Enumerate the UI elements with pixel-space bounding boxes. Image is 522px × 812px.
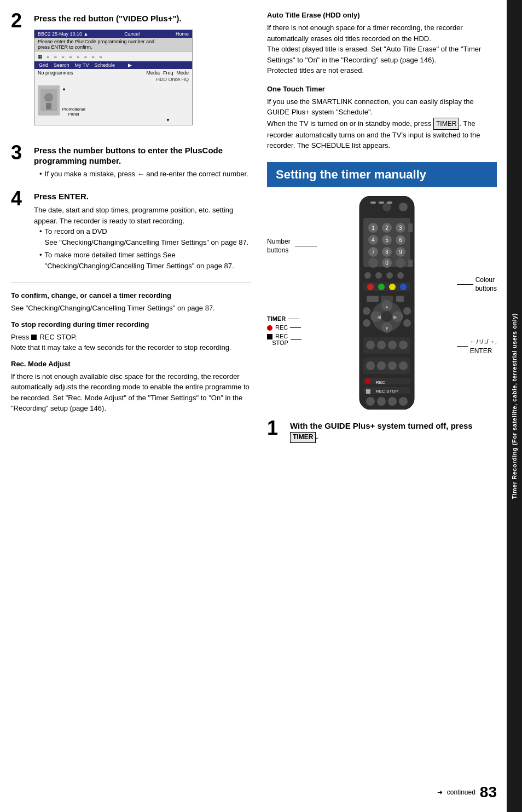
left-column: 2 Press the red button ("VIDEO Plus+"). … bbox=[11, 11, 251, 778]
svg-text:8: 8 bbox=[385, 249, 388, 255]
svg-rect-5 bbox=[370, 201, 376, 204]
svg-text:4: 4 bbox=[372, 237, 375, 243]
divider-1 bbox=[11, 282, 251, 283]
step-3-bullet-text: If you make a mistake, press ← and re-en… bbox=[45, 170, 248, 178]
svg-point-64 bbox=[399, 341, 408, 349]
svg-point-39 bbox=[367, 284, 374, 290]
number-buttons-label: Numberbuttons bbox=[267, 237, 317, 256]
step-4-bullet-1: To record on a DVDSee "Checking/Changing… bbox=[39, 226, 251, 247]
rec-stop-icon bbox=[31, 335, 37, 340]
step-2-content: Press the red button ("VIDEO Plus+"). BB… bbox=[34, 11, 251, 134]
subsection-confirm: To confirm, change, or cancel a timer re… bbox=[11, 291, 251, 314]
step-3-content: Press the number buttons to enter the Pl… bbox=[34, 143, 251, 180]
main-content: 2 Press the red button ("VIDEO Plus+"). … bbox=[0, 0, 507, 812]
svg-text:▼: ▼ bbox=[384, 326, 389, 331]
rec-mode-title: Rec. Mode Adjust bbox=[11, 360, 251, 368]
guide-down-arrow: ▼ bbox=[166, 118, 170, 123]
svg-point-32 bbox=[396, 258, 405, 268]
step-4-bullet-1-text: To record on a DVDSee "Checking/Changing… bbox=[45, 226, 249, 247]
guide-mode-labels: Media Freq Mode bbox=[146, 70, 189, 76]
step-4-body-text: The date, start and stop times, programm… bbox=[34, 206, 233, 225]
svg-text:▶: ▶ bbox=[393, 314, 397, 320]
svg-point-69 bbox=[399, 361, 408, 370]
guide-nav-mytv: My TV bbox=[75, 62, 89, 68]
svg-point-59 bbox=[403, 319, 411, 327]
continued-arrow: ➜ bbox=[437, 788, 443, 796]
step-3: 3 Press the number buttons to enter the … bbox=[11, 143, 251, 180]
guide-channel-row: No programmes Media Freq Mode bbox=[34, 69, 192, 77]
step-1-title: With the GUIDE Plus+ system turned off, … bbox=[290, 421, 497, 443]
timer-label-area: TIMER bbox=[267, 315, 317, 322]
guide-nav-row: Grid Search My TV Schedule ▶ bbox=[34, 61, 192, 69]
step-4-title: Press ENTER. bbox=[34, 191, 251, 202]
guide-icon bbox=[38, 85, 60, 116]
svg-point-66 bbox=[366, 361, 375, 370]
auto-title-section: Auto Title Erase (HDD only) If there is … bbox=[267, 11, 497, 76]
guide-hdd-row: HDD Once HQ bbox=[34, 77, 192, 82]
guide-screenshot: BBC2 25-May 10:10 ▲ Cancel Home Please e… bbox=[34, 30, 193, 125]
svg-point-41 bbox=[389, 284, 396, 290]
step-4: 4 Press ENTER. The date, start and stop … bbox=[11, 189, 251, 274]
svg-point-68 bbox=[388, 361, 397, 370]
svg-point-8 bbox=[399, 203, 408, 211]
step-2: 2 Press the red button ("VIDEO Plus+"). … bbox=[11, 11, 251, 134]
svg-rect-2 bbox=[46, 103, 51, 110]
right-column: Auto Title Erase (HDD only) If there is … bbox=[267, 11, 497, 778]
svg-rect-33 bbox=[408, 260, 413, 267]
rec-stop-area: REC STOP bbox=[267, 333, 317, 346]
step-3-number: 3 bbox=[11, 143, 27, 180]
step-3-title: Press the number buttons to enter the Pl… bbox=[34, 145, 251, 166]
rec-dot-icon bbox=[267, 325, 272, 331]
step-1-content: With the GUIDE Plus+ system turned off, … bbox=[290, 418, 497, 446]
section-banner: Setting the timer manually bbox=[267, 162, 497, 187]
page-footer: ➜ continued 83 bbox=[11, 778, 497, 801]
remote-left-labels: Numberbuttons TIMER REC REC STO bbox=[267, 196, 317, 347]
svg-text:0: 0 bbox=[385, 260, 388, 266]
svg-rect-7 bbox=[387, 201, 392, 204]
svg-text:7: 7 bbox=[372, 249, 375, 255]
svg-text:9: 9 bbox=[399, 249, 402, 255]
guide-content-row: ▲ PromotionalPanel bbox=[38, 85, 189, 118]
svg-point-79 bbox=[399, 397, 408, 406]
svg-point-62 bbox=[377, 341, 386, 349]
svg-point-61 bbox=[366, 341, 375, 349]
svg-point-67 bbox=[377, 361, 386, 370]
svg-text:▲: ▲ bbox=[384, 304, 389, 309]
rec-stop-square-icon bbox=[267, 334, 272, 339]
subsection-rec-mode: Rec. Mode Adjust If there is not enough … bbox=[11, 360, 251, 414]
step-2-number: 2 bbox=[11, 11, 27, 134]
svg-rect-45 bbox=[396, 296, 404, 302]
svg-point-1 bbox=[44, 93, 53, 102]
guide-instruction: Please enter the PlusCode programming nu… bbox=[34, 38, 192, 51]
guide-cancel: Cancel bbox=[124, 31, 140, 37]
svg-point-63 bbox=[388, 341, 397, 349]
svg-text:6: 6 bbox=[399, 237, 402, 243]
step-4-number: 4 bbox=[11, 189, 27, 274]
svg-point-56 bbox=[363, 307, 370, 315]
remote-control-svg: 1 2 3 4 5 6 7 bbox=[351, 196, 422, 410]
guide-freq: Freq bbox=[163, 70, 173, 76]
svg-point-4 bbox=[382, 203, 391, 211]
svg-point-51 bbox=[381, 311, 392, 322]
guide-side-content: ▲ PromotionalPanel bbox=[60, 85, 88, 118]
guide-nav-grid: Grid bbox=[39, 62, 48, 68]
side-tab-text: Timer Recording (For satellite, cable, t… bbox=[511, 313, 518, 499]
side-tab: Timer Recording (For satellite, cable, t… bbox=[507, 0, 522, 812]
svg-rect-74 bbox=[366, 389, 370, 394]
guide-home: Home bbox=[176, 31, 189, 37]
timer-key-step1: TIMER bbox=[290, 432, 316, 443]
svg-text:3: 3 bbox=[399, 225, 402, 231]
stop-body: Press REC STOP. Note that it may take a … bbox=[11, 332, 251, 353]
auto-title-body: If there is not enough space for a timer… bbox=[267, 22, 497, 76]
guide-mode: Mode bbox=[176, 70, 189, 76]
timer-key-inline: TIMER bbox=[433, 118, 459, 130]
subsection-stop: To stop recording during timer recording… bbox=[11, 320, 251, 353]
stop-title: To stop recording during timer recording bbox=[11, 320, 251, 329]
svg-rect-43 bbox=[367, 296, 379, 302]
svg-point-37 bbox=[397, 272, 404, 279]
confirm-body: See "Checking/Changing/Cancelling Timer … bbox=[11, 303, 251, 314]
svg-point-77 bbox=[377, 397, 386, 406]
one-touch-body: If you use the SMARTLINK connection, you… bbox=[267, 96, 497, 151]
continued-text: continued bbox=[447, 788, 475, 796]
svg-text:◀: ◀ bbox=[376, 314, 380, 320]
